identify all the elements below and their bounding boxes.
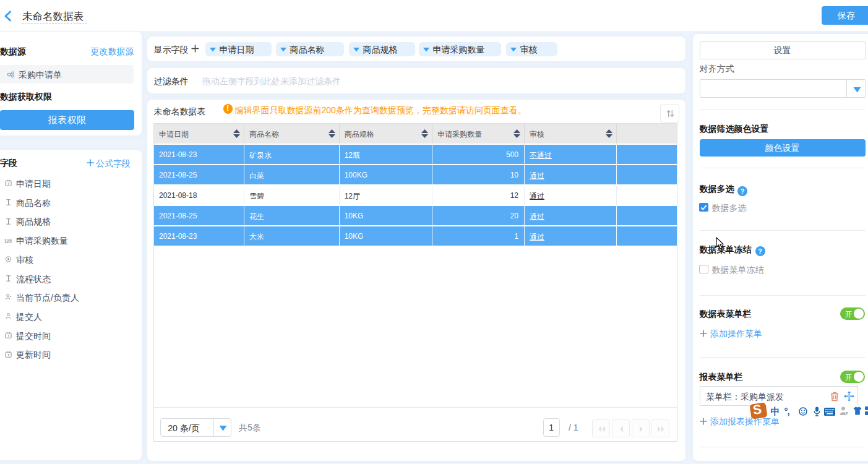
svg-text:?: ? — [846, 411, 848, 415]
